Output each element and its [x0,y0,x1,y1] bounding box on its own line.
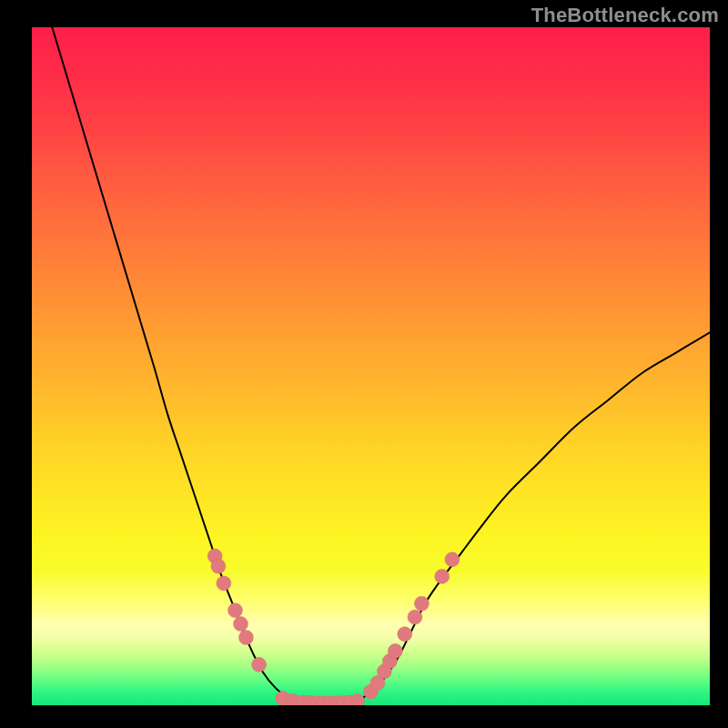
data-point [252,657,267,672]
data-point [414,596,429,611]
chart-frame: TheBottleneck.com [0,0,728,728]
data-point [217,576,231,591]
data-point [435,569,450,583]
watermark-text: TheBottleneck.com [531,4,719,27]
curve-layer [32,27,710,705]
data-point [238,631,253,645]
data-point [233,617,248,632]
data-point [408,610,422,624]
data-point [398,627,412,642]
data-point-group [207,549,460,705]
data-point [228,603,243,618]
data-point [211,559,226,573]
bottleneck-curve [52,27,710,703]
data-point [445,552,460,567]
data-point [388,643,402,658]
plot-area [32,27,710,705]
